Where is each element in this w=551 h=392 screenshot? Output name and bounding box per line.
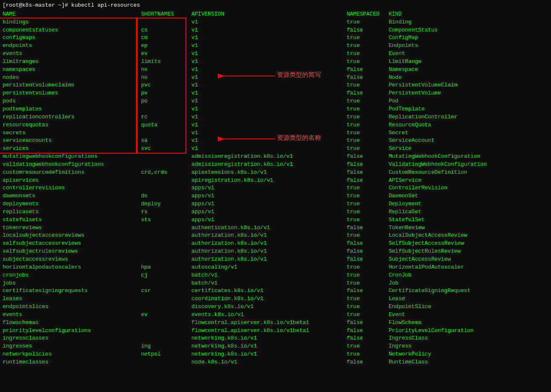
cell-api: discovery.k8s.io/v1 [191, 303, 347, 311]
cell-ns: true [347, 232, 389, 240]
cell-api: coordination.k8s.io/v1 [191, 295, 347, 303]
cell-name: certificatesigningrequests [3, 287, 141, 295]
cell-kind: ReplicationController [389, 113, 457, 121]
cell-name: deployments [3, 200, 141, 208]
cell-ns: false [347, 169, 389, 177]
cell-kind: APIService [389, 177, 421, 185]
cell-kind: LimitRange [389, 58, 421, 66]
cell-short: netpol [141, 350, 191, 358]
cell-kind: CertificateSigningRequest [389, 287, 470, 295]
cell-ns: false [347, 224, 389, 232]
table-row: runtimeclassesnode.k8s.io/v1falseRuntime… [3, 358, 551, 366]
cell-api: networking.k8s.io/v1 [191, 350, 347, 358]
cell-ns: false [347, 74, 389, 82]
table-row: subjectaccessreviewsauthorization.k8s.io… [3, 256, 551, 264]
table-row: jobsbatch/v1trueJob [3, 280, 551, 287]
table-row: horizontalpodautoscalershpaautoscaling/v… [3, 264, 551, 272]
cell-ns: false [347, 177, 389, 185]
cell-short [141, 232, 191, 240]
cell-ns: true [347, 264, 389, 272]
cell-short [141, 256, 191, 264]
cell-kind: SelfSubjectAccessReview [389, 240, 464, 248]
cell-kind: CronJob [389, 272, 412, 280]
cell-api: batch/v1 [191, 280, 347, 287]
cell-api: v1 [191, 58, 347, 66]
cell-ns: false [347, 240, 389, 248]
table-row: configmapscmv1trueConfigMap [3, 34, 551, 42]
cell-kind: PersistentVolume [389, 89, 441, 97]
table-row: statefulsetsstsapps/v1trueStatefulSet [3, 216, 551, 224]
cell-kind: Lease [389, 295, 405, 303]
cell-kind: FlowSchema [389, 319, 421, 327]
command-line: [root@k8s-master ~]# kubectl api-resourc… [0, 2, 551, 10]
cell-short: limits [141, 58, 191, 66]
cell-name: limitranges [3, 58, 141, 66]
cell-name: prioritylevelconfigurations [3, 327, 141, 335]
cell-ns: true [347, 295, 389, 303]
cell-kind: ConfigMap [389, 34, 418, 42]
col-header-api: APIVERSION [191, 10, 347, 18]
cell-api: v1 [191, 34, 347, 42]
cell-name: customresourcedefinitions [3, 169, 141, 177]
cell-api: batch/v1 [191, 272, 347, 280]
cell-name: leases [3, 295, 141, 303]
cell-ns: true [347, 58, 389, 66]
cell-kind: Endpoints [389, 42, 418, 50]
cell-kind: ControllerRevision [389, 184, 447, 192]
col-header-name: NAME [3, 10, 141, 18]
cell-kind: PersistentVolumeClaim [389, 81, 457, 89]
cell-ns: true [347, 129, 389, 137]
cell-api: authentication.k8s.io/v1 [191, 224, 347, 232]
cell-name: horizontalpodautoscalers [3, 264, 141, 272]
table-row: replicasetsrsapps/v1trueReplicaSet [3, 208, 551, 216]
table-row: persistentvolumespvv1falsePersistentVolu… [3, 89, 551, 97]
table-row: servicessvcv1trueService [3, 145, 551, 153]
cell-short: pvc [141, 81, 191, 89]
cell-name: flowschemas [3, 319, 141, 327]
cell-ns: true [347, 50, 389, 58]
cell-ns: true [347, 81, 389, 89]
cell-api: authorization.k8s.io/v1 [191, 232, 347, 240]
cell-api: v1 [191, 18, 347, 26]
cell-ns: false [347, 319, 389, 327]
cell-ns: false [347, 358, 389, 366]
table-row: apiservicesapiregistration.k8s.io/v1fals… [3, 177, 551, 185]
cell-name: configmaps [3, 34, 141, 42]
cell-api: admissionregistration.k8s.io/v1 [191, 161, 347, 169]
cell-ns: false [347, 256, 389, 264]
cell-short [141, 319, 191, 327]
cell-short: crd,crds [141, 169, 191, 177]
cell-name: replicasets [3, 208, 141, 216]
cell-kind: Secret [389, 129, 408, 137]
table-row: podtemplatesv1truePodTemplate [3, 105, 551, 113]
table-row: cronjobscjbatch/v1trueCronJob [3, 272, 551, 280]
cell-short [141, 153, 191, 161]
cell-short: rs [141, 208, 191, 216]
cell-name: replicationcontrollers [3, 113, 141, 121]
cell-ns: true [347, 280, 389, 287]
cell-kind: IngressClass [389, 335, 428, 342]
table-row: prioritylevelconfigurationsflowcontrol.a… [3, 327, 551, 335]
cell-kind: Job [389, 280, 398, 287]
cell-short [141, 280, 191, 287]
cell-kind: DaemonSet [389, 192, 418, 200]
cell-short: ds [141, 192, 191, 200]
cell-api: admissionregistration.k8s.io/v1 [191, 153, 347, 161]
cell-ns: false [347, 26, 389, 34]
cell-ns: true [347, 113, 389, 121]
cell-name: secrets [3, 129, 141, 137]
table-row: podspov1truePod [3, 97, 551, 105]
cell-short [141, 295, 191, 303]
cell-api: v1 [191, 113, 347, 121]
cell-kind: ReplicaSet [389, 208, 421, 216]
table-row: ingressclassesnetworking.k8s.io/v1falseI… [3, 335, 551, 342]
cell-kind: Deployment [389, 200, 421, 208]
table-row: endpointsepv1trueEndpoints [3, 42, 551, 50]
cell-short: ev [141, 311, 191, 319]
cell-api: flowcontrol.apiserver.k8s.io/v1beta1 [191, 327, 347, 335]
col-header-ns: NAMESPACED [347, 10, 389, 18]
cell-name: subjectaccessreviews [3, 256, 141, 264]
cell-kind: Event [389, 50, 405, 58]
cell-name: ingressclasses [3, 335, 141, 342]
table-row: mutatingwebhookconfigurationsadmissionre… [3, 153, 551, 161]
